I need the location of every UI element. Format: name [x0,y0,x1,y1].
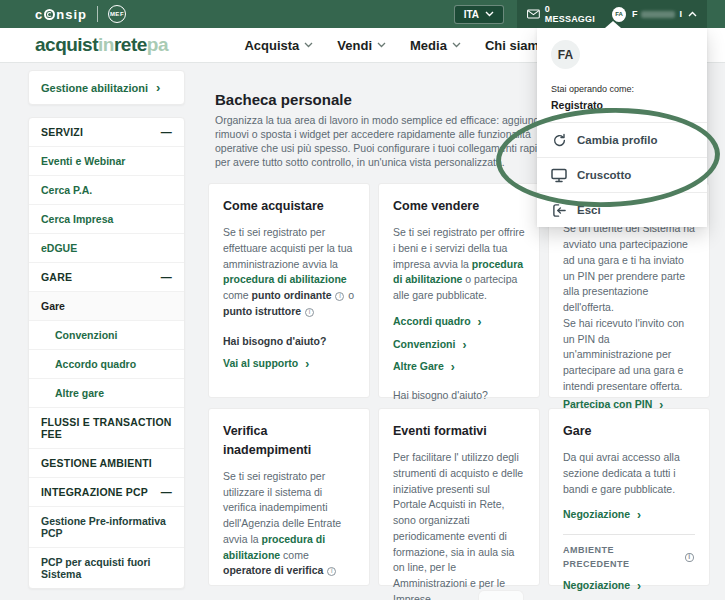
user-menu-button[interactable]: F I [632,9,697,19]
sidebar-section-gare[interactable]: GARE — [29,262,184,291]
sidebar-section-gestione-ambienti[interactable]: GESTIONE AMBIENTI [29,448,184,477]
card-eventi-formativi: Eventi formativi Per facilitare l' utili… [378,408,540,586]
procedura-abilitazione-link[interactable]: procedura di abilitazione [223,273,347,285]
sidebar-item-convenzioni[interactable]: Convenzioni [29,320,184,349]
info-icon[interactable]: i [327,567,336,576]
messages-label: 0 MESSAGGI [545,4,598,24]
user-avatar-small: FA [612,7,626,22]
card-body: Se ti sei registrato per utilizzare il s… [223,469,355,579]
chevron-down-icon [304,42,313,48]
sidebar-item-label: eDGUE [41,242,77,254]
sidebar-item-eventi-webinar[interactable]: Eventi e Webinar [29,146,184,175]
altre-gare-link[interactable]: Altre Gare › [393,359,525,375]
divider [563,534,695,535]
sidebar-item-edgue[interactable]: eDGUE [29,233,184,262]
chevron-right-icon: › [156,81,160,94]
link-label: Accordi quadro [393,314,471,330]
negoziazione-precedente-link[interactable]: Negoziazione › [563,578,695,594]
sidebar-item-label: Altre gare [55,387,104,399]
sidebar-item-gestione-abilitazioni[interactable]: Gestione abilitazioni › [28,70,185,105]
info-icon[interactable]: i [335,292,344,301]
sidebar-section-integrazione-pcp[interactable]: INTEGRAZIONE PCP — [29,477,184,506]
mef-logo: MEF [108,5,126,23]
collapse-icon: — [161,126,172,138]
sidebar-item-label: Convenzioni [55,329,117,341]
card-body: Se ti sei registrato per offrire i beni … [393,225,525,304]
sidebar-section-servizi[interactable]: SERVIZI — [29,118,184,146]
sidebar: Gestione abilitazioni › SERVIZI — Eventi… [28,70,185,589]
chevron-right-icon: › [637,580,641,592]
operating-as-label: Stai operando come: [537,69,707,94]
vai-al-supporto-link[interactable]: Vai al supporto › [223,356,355,372]
menu-item-label: Cambia profilo [577,134,658,146]
ambiente-precedente-label: AMBIENTE PRECEDENTE i [563,544,695,571]
operatore-verifica-label: operatore di verifica [223,564,323,576]
link-label: Altre Gare [393,359,444,375]
nav-item-media[interactable]: Media [410,38,461,53]
user-dropdown: FA Stai operando come: Registrato Cambia… [537,28,707,227]
sidebar-item-gestione-preinformativa-pcp[interactable]: Gestione Pre-informativa PCP [29,506,184,547]
card-come-vendere: Come vendere Se ti sei registrato per of… [378,183,540,398]
messages-button[interactable]: 0 MESSAGGI [527,4,598,24]
menu-item-label: Esci [577,204,601,216]
negoziazione-link[interactable]: Negoziazione › [563,507,695,523]
sidebar-item-cerca-pa[interactable]: Cerca P.A. [29,175,184,204]
sidebar-section-flussi[interactable]: FLUSSI E TRANSACTION FEE [29,407,184,448]
logo-part: in [98,34,114,55]
page-intro: Organizza la tua area di lavoro in modo … [215,114,562,169]
sidebar-item-cerca-impresa[interactable]: Cerca Impresa [29,204,184,233]
sidebar-section-label: SERVIZI [41,126,83,138]
nav-item-acquista[interactable]: Acquista [244,38,313,53]
chevron-right-icon: › [462,339,466,351]
card-text: come [223,289,252,301]
switch-profile-icon [551,132,567,148]
sidebar-item-pcp-fuori-sistema[interactable]: PCP per acquisti fuori Sistema [29,547,184,588]
chevron-down-icon [452,42,461,48]
convenzioni-link[interactable]: Convenzioni › [393,337,525,353]
acquistinretepa-logo[interactable]: acquistinretepa [35,34,168,56]
card-title: Verifica inadempimenti [223,422,355,460]
link-label: Negoziazione [563,507,630,523]
chevron-down-icon [485,11,494,17]
info-icon[interactable]: i [305,308,314,317]
logo-part: acquist [35,34,98,55]
sidebar-item-accordo-quadro[interactable]: Accordo quadro [29,349,184,378]
card-come-acquistare: Come acquistare Se ti sei registrato per… [208,183,370,398]
language-selector[interactable]: ITA [454,5,504,24]
dropdown-caret [605,21,621,28]
nav-item-label: Vendi [337,38,372,53]
card-title: Come acquistare [223,197,355,216]
card-gare: Gare Da qui avrai accesso alla sezione d… [548,408,710,586]
sidebar-item-label: Accordo quadro [55,358,136,370]
profile-name: Registrato [537,94,707,122]
card-verifica-inadempimenti: Verifica inadempimenti Se ti sei registr… [208,408,370,586]
menu-item-esci[interactable]: Esci [537,192,707,227]
link-label: Negoziazione [563,578,630,594]
sidebar-item-label: Gare [41,300,65,312]
help-question: Hai bisogno d'aiuto? [223,334,355,350]
menu-item-cruscotto[interactable]: Cruscotto [537,157,707,192]
menu-item-cambia-profilo[interactable]: Cambia profilo [537,122,707,157]
sidebar-item-gare[interactable]: Gare [29,291,184,320]
sidebar-item-altre-gare[interactable]: Altre gare [29,378,184,407]
nav-item-label: Acquista [244,38,299,53]
sidebar-section-label: GESTIONE AMBIENTI [41,457,152,469]
logout-icon [551,202,567,218]
sidebar-item-label: Cerca P.A. [41,184,92,196]
consip-logo: cnsip [35,7,87,22]
logo-part: pa [147,34,168,55]
sidebar-item-label: PCP per acquisti fuori Sistema [41,556,172,580]
nav-item-vendi[interactable]: Vendi [337,38,386,53]
language-label: ITA [464,9,479,20]
link-label: Vai al supporto [223,356,298,372]
card-title: Come vendere [393,197,525,216]
dropdown-header: FA [537,28,707,69]
chevron-right-icon: › [478,316,482,328]
card-text: Se hai ricevuto l'invito con un PIN da u… [563,316,695,395]
sidebar-item-label: Eventi e Webinar [41,155,125,167]
accordi-quadro-link[interactable]: Accordi quadro › [393,314,525,330]
info-icon[interactable]: i [685,553,694,562]
link-label: Convenzioni [393,337,455,353]
dashboard-monitor-icon [551,167,567,183]
consip-logo-text: c [35,7,43,22]
